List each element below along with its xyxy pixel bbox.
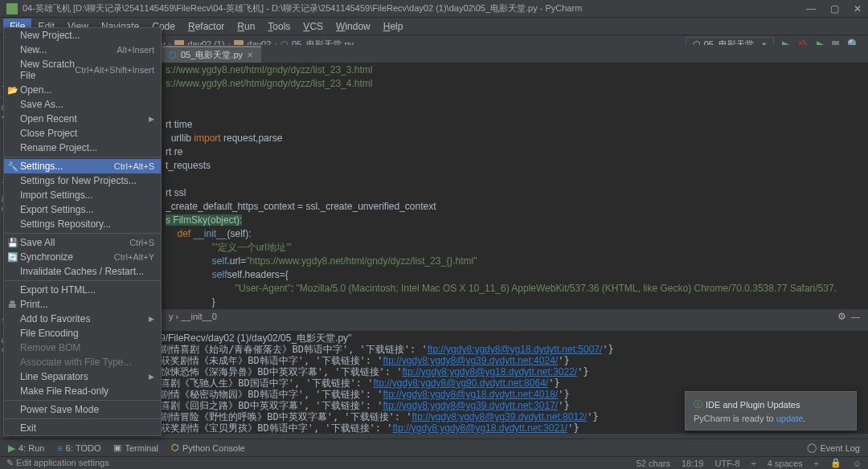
- menu-run[interactable]: Run: [231, 18, 261, 35]
- menu-item-make-file-read-only[interactable]: Make File Read-only: [4, 384, 161, 398]
- menu-item-file-encoding[interactable]: File Encoding: [4, 326, 161, 341]
- code-editor[interactable]: s://www.ygdy8.net/html/gndy/dyzz/list_23…: [161, 63, 868, 308]
- python-console-button[interactable]: ⬡Python Console: [171, 442, 245, 453]
- menu-item-export-settings-[interactable]: Export Settings...: [4, 202, 161, 217]
- status-indent[interactable]: 4 spaces: [768, 459, 803, 468]
- editor-tab[interactable]: ⬡ 05_电影天堂.py ✕: [161, 46, 261, 63]
- menu-item-export-to-html-[interactable]: Export to HTML...: [4, 283, 161, 297]
- update-link[interactable]: update: [776, 414, 804, 423]
- menu-item-synchronize[interactable]: 🔄SynchronizeCtrl+Alt+Y: [4, 250, 161, 264]
- menu-item-save-all[interactable]: 💾Save AllCtrl+S: [4, 235, 161, 250]
- menu-refactor[interactable]: Refactor: [182, 18, 231, 35]
- maximize-icon[interactable]: ▢: [830, 3, 839, 14]
- python-icon: ⬡: [169, 50, 177, 60]
- menu-item-open-recent[interactable]: Open Recent▶: [4, 112, 161, 126]
- menu-item-import-settings-[interactable]: Import Settings...: [4, 188, 161, 202]
- menu-item-exit[interactable]: Exit: [4, 421, 161, 435]
- lock-icon[interactable]: 🔒: [830, 458, 841, 468]
- status-hint: ✎ Edit application settings: [6, 458, 109, 468]
- event-log-button[interactable]: ◯Event Log: [807, 442, 860, 453]
- status-bar: ✎ Edit application settings 52 chars 18:…: [0, 456, 868, 469]
- menu-item-remove-bom: Remove BOM: [4, 341, 161, 355]
- menu-icon: 🔄: [7, 252, 17, 263]
- menu-item-new-scratch-file[interactable]: New Scratch FileCtrl+Alt+Shift+Insert: [4, 57, 161, 83]
- menu-icon: 📂: [7, 85, 17, 96]
- menu-tools[interactable]: Tools: [261, 18, 297, 35]
- todo-tool-button[interactable]: ≡6: TODO: [57, 443, 100, 453]
- menu-item-power-save-mode[interactable]: Power Save Mode: [4, 402, 161, 417]
- menu-item-print-[interactable]: 🖶Print...: [4, 297, 161, 312]
- close-icon[interactable]: —: [851, 312, 860, 321]
- menu-window[interactable]: Window: [330, 18, 377, 35]
- run-tool-button[interactable]: ▶4: Run: [8, 442, 44, 454]
- menu-item-rename-project-[interactable]: Rename Project...: [4, 141, 161, 155]
- menu-item-new-project-[interactable]: New Project...: [4, 28, 161, 43]
- menu-item-associate-with-file-type-: Associate with File Type...: [4, 355, 161, 369]
- status-enc[interactable]: UTF-8: [714, 459, 739, 468]
- notification-popup[interactable]: ⓘIDE and Plugin Updates PyCharm is ready…: [685, 391, 857, 430]
- window-controls: — ▢ ✕: [806, 3, 862, 14]
- menu-icon: 🖶: [7, 300, 17, 309]
- status-pos[interactable]: 18:19: [682, 459, 704, 468]
- gear-icon[interactable]: ⚙: [837, 311, 846, 322]
- menu-item-open-[interactable]: 📂Open...: [4, 83, 161, 97]
- window-title: 04-英雄飞机 [D:\聊天记录\2541145459\FileRecv\04-…: [23, 2, 806, 14]
- file-menu-popup: New Project...New...Alt+InsertNew Scratc…: [3, 27, 162, 436]
- tool-window-bar: ▶4: Run ≡6: TODO ▣Terminal ⬡Python Conso…: [0, 438, 868, 456]
- close-tab-icon[interactable]: ✕: [247, 51, 253, 59]
- terminal-tool-button[interactable]: ▣Terminal: [113, 442, 158, 453]
- status-chars: 52 chars: [637, 459, 670, 468]
- close-icon[interactable]: ✕: [854, 3, 862, 14]
- menu-help[interactable]: Help: [377, 18, 410, 35]
- menu-item-add-to-favorites[interactable]: Add to Favorites▶: [4, 312, 161, 326]
- hector-icon[interactable]: ☺: [853, 459, 862, 468]
- menu-item-line-separators[interactable]: Line Separators▶: [4, 369, 161, 384]
- menu-item-invalidate-caches-restart-[interactable]: Invalidate Caches / Restart...: [4, 264, 161, 279]
- info-icon: ⓘ: [694, 398, 702, 410]
- structure-bar: y › __init__0 ⚙ —: [161, 308, 868, 323]
- menu-item-settings-repository-[interactable]: Settings Repository...: [4, 217, 161, 231]
- app-icon: [6, 3, 18, 14]
- title-bar: 04-英雄飞机 [D:\聊天记录\2541145459\FileRecv\04-…: [0, 0, 868, 18]
- menu-item-close-project[interactable]: Close Project: [4, 126, 161, 141]
- menu-icon: 🔧: [7, 161, 17, 172]
- minimize-icon[interactable]: —: [806, 3, 816, 14]
- menu-item-new-[interactable]: New...Alt+Insert: [4, 43, 161, 57]
- menu-item-settings-[interactable]: 🔧Settings...Ctrl+Alt+S: [4, 159, 161, 173]
- editor-tabs: ⬡ 05_电影天堂.py ✕: [161, 45, 868, 63]
- menu-vcs[interactable]: VCS: [297, 18, 330, 35]
- menu-item-save-as-[interactable]: Save As...: [4, 97, 161, 112]
- menu-icon: 💾: [7, 238, 17, 248]
- menu-item-settings-for-new-projects-[interactable]: Settings for New Projects...: [4, 173, 161, 188]
